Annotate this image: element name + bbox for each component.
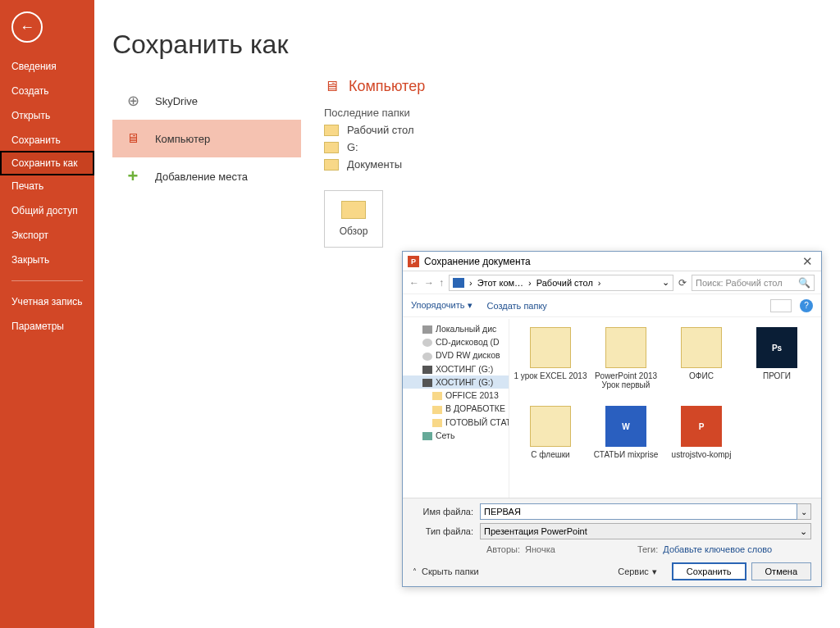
file-label: PowerPoint 2013 Урок первый xyxy=(588,371,664,389)
sidebar-item-new[interactable]: Создать xyxy=(0,79,94,103)
tags-add-link[interactable]: Добавьте ключевое слово xyxy=(663,544,772,554)
help-icon[interactable] xyxy=(800,299,813,312)
sidebar-item-account[interactable]: Учетная запись xyxy=(0,289,94,314)
location-skydrive[interactable]: SkyDrive xyxy=(112,82,301,120)
save-dialog: Сохранение документа ✕ ← → ↑ ›Этот ком… … xyxy=(402,251,822,587)
sidebar-item-open[interactable]: Открыть xyxy=(0,103,94,128)
sidebar-item-close[interactable]: Закрыть xyxy=(0,248,94,272)
search-icon: 🔍 xyxy=(798,277,810,289)
new-folder-button[interactable]: Создать папку xyxy=(487,301,547,311)
browse-button[interactable]: Обзор xyxy=(324,190,383,248)
sidebar-separator xyxy=(11,280,83,281)
filename-dropdown-icon[interactable]: ⌄ xyxy=(797,503,811,520)
breadcrumb-bar[interactable]: ›Этот ком… ›Рабочий стол › ⌄ xyxy=(449,275,673,291)
location-heading-text: Компьютер xyxy=(349,78,425,95)
close-icon[interactable]: ✕ xyxy=(799,254,816,269)
chevron-down-icon: ⌄ xyxy=(800,526,807,537)
filetype-select[interactable]: Презентация PowerPoint ⌄ xyxy=(480,523,811,539)
fold-icon xyxy=(432,392,442,400)
nav-up-icon[interactable]: ↑ xyxy=(439,277,444,289)
tree-item[interactable]: OFFICE 2013 xyxy=(403,389,509,402)
view-options-icon[interactable] xyxy=(770,299,792,312)
folder-label: Рабочий стол xyxy=(347,124,414,136)
file-item[interactable]: Pustrojstvo-kompj xyxy=(664,406,739,481)
save-button[interactable]: Сохранить xyxy=(672,562,746,580)
file-icon: W xyxy=(605,406,646,447)
refresh-icon[interactable]: ⟳ xyxy=(678,277,687,289)
address-bar: ← → ↑ ›Этот ком… ›Рабочий стол › ⌄ ⟳ Пои… xyxy=(403,271,821,294)
filetype-label: Тип файла: xyxy=(413,526,480,536)
location-computer[interactable]: Компьютер xyxy=(112,120,301,157)
folder-icon xyxy=(324,159,339,171)
sidebar-item-info[interactable]: Сведения xyxy=(0,54,94,79)
computer-icon xyxy=(124,130,142,148)
file-label: 1 урок EXCEL 2013 xyxy=(514,371,587,380)
file-label: С флешки xyxy=(531,450,569,459)
nav-forward-icon[interactable]: → xyxy=(424,277,434,289)
organize-menu[interactable]: Упорядочить ▾ xyxy=(411,300,472,311)
dialog-footer: Имя файла: ⌄ Тип файла: Презентация Powe… xyxy=(403,498,821,586)
file-item[interactable]: С флешки xyxy=(513,406,588,481)
file-grid: 1 урок EXCEL 2013PowerPoint 2013 Урок пе… xyxy=(509,319,821,498)
computer-icon xyxy=(324,78,339,95)
back-button[interactable] xyxy=(11,11,43,43)
nav-back-icon[interactable]: ← xyxy=(409,277,419,289)
filetype-value: Презентация PowerPoint xyxy=(484,526,587,536)
file-item[interactable]: ОФИС xyxy=(664,327,739,403)
filename-label: Имя файла: xyxy=(413,507,480,517)
sidebar-item-options[interactable]: Параметры xyxy=(0,314,94,339)
cancel-button[interactable]: Отмена xyxy=(751,562,811,580)
tree-item[interactable]: Локальный дис xyxy=(403,322,509,335)
file-item[interactable]: PowerPoint 2013 Урок первый xyxy=(588,327,664,403)
folder-icon xyxy=(605,327,646,368)
chevron-up-icon: ˄ xyxy=(413,567,417,576)
skydrive-icon xyxy=(124,92,142,110)
search-placeholder: Поиск: Рабочий стол xyxy=(696,278,783,288)
file-label: ustrojstvo-kompj xyxy=(672,450,732,459)
flash-icon xyxy=(422,379,432,387)
recent-folder[interactable]: G: xyxy=(324,141,425,153)
recent-folder[interactable]: Документы xyxy=(324,158,425,171)
tree-item[interactable]: CD-дисковод (D xyxy=(403,335,509,348)
sidebar-item-print[interactable]: Печать xyxy=(0,174,94,198)
file-item[interactable]: PsПРОГИ xyxy=(739,327,815,403)
sidebar-item-export[interactable]: Экспорт xyxy=(0,223,94,248)
folder-open-icon xyxy=(341,201,366,219)
page-title: Сохранить как xyxy=(112,30,840,60)
tree-item[interactable]: В ДОРАБОТКЕ xyxy=(403,402,509,415)
tree-item[interactable]: ГОТОВЫЙ СТАТ xyxy=(403,416,509,429)
breadcrumb-segment[interactable]: Этот ком… xyxy=(477,278,523,288)
tree-item[interactable]: ХОСТИНГ (G:) xyxy=(403,362,509,375)
tree-item[interactable]: Сеть xyxy=(403,429,509,442)
tree-item[interactable]: DVD RW дисков xyxy=(403,348,509,362)
file-label: СТАТЬИ mixprise xyxy=(594,450,658,459)
file-label: ОФИС xyxy=(689,371,714,380)
fold-icon xyxy=(432,419,442,427)
save-locations: SkyDrive Компьютер + Добавление места xyxy=(112,82,301,195)
location-label: Компьютер xyxy=(155,133,210,145)
dialog-toolbar: Упорядочить ▾ Создать папку xyxy=(403,294,821,317)
tags-label: Теги: xyxy=(637,544,658,554)
recent-folder[interactable]: Рабочий стол xyxy=(324,124,425,136)
tree-item[interactable]: ХОСТИНГ (G:) xyxy=(403,375,509,389)
location-add-place[interactable]: + Добавление места xyxy=(112,157,301,195)
folder-label: G: xyxy=(347,141,358,153)
file-item[interactable]: WСТАТЬИ mixprise xyxy=(588,406,664,481)
hide-folders-toggle[interactable]: ˄Скрыть папки xyxy=(413,567,479,576)
file-icon: P xyxy=(681,406,722,447)
sidebar-item-saveas[interactable]: Сохранить как xyxy=(0,151,94,175)
file-label: ПРОГИ xyxy=(763,371,791,380)
search-input[interactable]: Поиск: Рабочий стол 🔍 xyxy=(692,275,815,291)
author-value: Яночка xyxy=(525,544,555,554)
flash-icon xyxy=(422,366,432,374)
sidebar-item-share[interactable]: Общий доступ xyxy=(0,198,94,223)
fold-icon xyxy=(432,406,442,414)
location-detail: Компьютер Последние папки Рабочий стол G… xyxy=(324,78,425,248)
filename-input[interactable] xyxy=(480,503,797,520)
tools-menu[interactable]: Сервис▾ xyxy=(618,567,657,577)
file-item[interactable]: 1 урок EXCEL 2013 xyxy=(513,327,588,403)
sidebar-item-save[interactable]: Сохранить xyxy=(0,128,94,152)
disc-icon xyxy=(422,353,432,361)
location-label: SkyDrive xyxy=(155,95,198,107)
backstage-sidebar: Сведения Создать Открыть Сохранить Сохра… xyxy=(0,0,94,628)
